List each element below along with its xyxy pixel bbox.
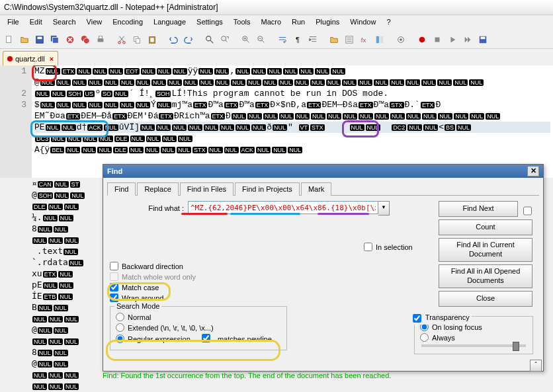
inselection-checkbox[interactable] (364, 243, 372, 251)
findwhat-input[interactable] (188, 201, 378, 214)
save-icon[interactable] (33, 33, 46, 46)
menu-macro[interactable]: Macro (256, 17, 286, 30)
always-label: Always (432, 334, 455, 342)
svg-point-25 (400, 38, 402, 41)
zoomin-icon[interactable] (239, 33, 253, 46)
savemacro-icon[interactable] (476, 33, 489, 46)
findall-opened-button[interactable]: Find All in All Opened Documents (439, 264, 532, 288)
menu-settings[interactable]: Settings (192, 17, 228, 30)
folder-icon[interactable] (327, 33, 341, 46)
tab-findinprojects[interactable]: Find in Projects (235, 182, 300, 196)
find-dialog: Find ✕ Find Replace Find in Files Find i… (103, 164, 544, 372)
open-icon[interactable] (18, 33, 31, 46)
underline-purple (318, 213, 369, 215)
svg-point-7 (83, 38, 89, 44)
copy-icon[interactable] (130, 33, 144, 46)
wrap-checkbox[interactable] (110, 294, 118, 302)
doclist-icon[interactable] (343, 33, 356, 46)
menu-help[interactable]: ? (382, 17, 395, 30)
indent-icon[interactable] (306, 33, 319, 46)
play-icon[interactable] (446, 33, 459, 46)
showchars-icon[interactable]: ¶ (291, 33, 304, 46)
editor-overflow: ¤CANNULST @SOHNULNUL DLENULNUL ¼.NULNUL … (32, 178, 105, 392)
svg-rect-2 (38, 37, 42, 40)
dotnl-checkbox[interactable] (202, 334, 210, 342)
dialog-title: Find (107, 165, 122, 178)
stop-icon[interactable] (431, 33, 444, 46)
transparency-checkbox[interactable] (413, 314, 421, 323)
find-icon[interactable] (203, 33, 216, 46)
mz-header: MZ (34, 66, 45, 76)
findnext-direction-checkbox[interactable] (523, 204, 532, 217)
count-button[interactable]: Count (439, 219, 532, 235)
replace-icon[interactable] (218, 33, 232, 46)
close-icon[interactable] (64, 33, 77, 46)
normal-label: Normal (128, 313, 151, 321)
matchcase-checkbox[interactable] (110, 283, 118, 292)
playmulti-icon[interactable] (461, 33, 474, 46)
closeall-icon[interactable] (79, 33, 92, 46)
monitor-icon[interactable] (394, 33, 407, 46)
normal-radio[interactable] (116, 313, 124, 321)
svg-rect-23 (380, 36, 383, 44)
always-radio[interactable] (420, 333, 429, 342)
tab-find[interactable]: Find (107, 182, 136, 196)
svg-text:fx: fx (361, 36, 366, 44)
expand-toggle-icon[interactable]: ˆ (530, 360, 542, 372)
tab-mark[interactable]: Mark (301, 182, 331, 196)
underline-blue (230, 213, 300, 215)
svg-rect-4 (53, 38, 59, 44)
find-status-message: Find: Found the 1st occurrence from the … (103, 372, 391, 379)
svg-rect-27 (435, 38, 440, 42)
menu-edit[interactable]: Edit (25, 17, 47, 30)
menu-plugins[interactable]: Plugins (311, 17, 344, 30)
close-button[interactable]: Close (439, 291, 532, 307)
svg-rect-15 (150, 38, 153, 42)
wordwrap-icon[interactable] (276, 33, 289, 46)
dos-stub-text: !This program cannot be run in DOS mode. (182, 89, 388, 98)
zoomout-icon[interactable] (255, 33, 268, 46)
record-icon[interactable] (415, 33, 429, 46)
matchcase-label: Match case (122, 284, 159, 292)
findwhat-dropdown-icon[interactable]: ▼ (378, 201, 390, 216)
menu-search[interactable]: Search (48, 17, 81, 30)
window-title: C:\Windows\System32\quartz.dll - Notepad… (0, 0, 553, 15)
print-icon[interactable] (94, 33, 107, 46)
regex-radio[interactable] (116, 334, 124, 343)
new-icon[interactable] (3, 33, 16, 46)
svg-rect-13 (136, 38, 140, 43)
saveall-icon[interactable] (48, 33, 62, 46)
findnext-button[interactable]: Find Next (439, 201, 518, 217)
tab-close-icon[interactable]: × (50, 55, 54, 63)
tab-findinfiles[interactable]: Find in Files (180, 182, 234, 196)
menu-view[interactable]: View (82, 17, 107, 30)
wholeword-label: Match whole word only (122, 273, 196, 281)
extended-radio[interactable] (116, 323, 124, 332)
dialog-titlebar[interactable]: Find ✕ (103, 165, 543, 178)
menu-run[interactable]: Run (287, 17, 310, 30)
docmap-icon[interactable] (373, 33, 386, 46)
transparency-slider[interactable] (513, 342, 519, 351)
redo-icon[interactable] (182, 33, 195, 46)
line-gutter: 123 (0, 65, 32, 178)
findall-current-button[interactable]: Find All in Current Document (439, 238, 532, 262)
wholeword-checkbox (110, 272, 118, 281)
svg-rect-22 (376, 36, 379, 44)
backward-checkbox[interactable] (110, 262, 118, 270)
transparency-label: Transparency (425, 313, 470, 321)
menu-tools[interactable]: Tools (229, 17, 255, 30)
tab-replace[interactable]: Replace (137, 182, 178, 196)
editor[interactable]: 123 MZNULETXNULNULNULEOTNULNULNULÿÿNULNU… (0, 65, 553, 178)
paste-icon[interactable] (146, 33, 159, 46)
menu-window[interactable]: Window (345, 17, 380, 30)
undo-icon[interactable] (167, 33, 180, 46)
dialog-close-icon[interactable]: ✕ (527, 166, 539, 176)
funclist-icon[interactable]: fx (358, 33, 371, 46)
menu-encoding[interactable]: Encoding (108, 17, 148, 30)
menu-language[interactable]: Language (149, 17, 191, 30)
cut-icon[interactable] (115, 33, 128, 46)
dialog-tabs: Find Replace Find in Files Find in Proje… (107, 182, 539, 196)
menu-file[interactable]: File (3, 17, 24, 30)
file-tab[interactable]: quartz.dll × (3, 51, 58, 65)
regex-label: Regular expression (128, 335, 191, 343)
